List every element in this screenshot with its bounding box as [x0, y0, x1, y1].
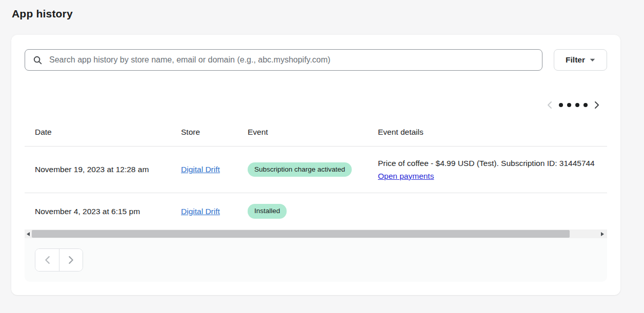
search-icon — [33, 55, 43, 65]
column-header-event-details: Event details — [368, 128, 607, 137]
scrollbar-arrow-left-icon[interactable] — [25, 229, 32, 238]
cell-event-details: Price of coffee - $4.99 USD (Test). Subs… — [368, 157, 607, 182]
scrollbar-arrow-right-icon[interactable] — [599, 229, 606, 238]
pagination-dot — [559, 103, 563, 107]
cell-date: November 19, 2023 at 12:28 am — [25, 165, 171, 174]
open-payments-link[interactable]: Open payments — [378, 170, 434, 182]
cell-date: November 4, 2023 at 6:15 pm — [25, 207, 171, 216]
app-history-table: Date Store Event Event details November … — [25, 118, 607, 229]
previous-page-button[interactable] — [35, 249, 59, 271]
search-box[interactable] — [25, 49, 542, 71]
app-history-card: Filter Date Store Event Event details — [11, 35, 620, 295]
scrollbar-thumb[interactable] — [32, 230, 570, 238]
table-header-row: Date Store Event Event details — [25, 118, 607, 147]
toolbar: Filter — [25, 49, 607, 71]
pagination-bottom — [35, 248, 83, 272]
filter-button-label: Filter — [566, 55, 585, 65]
search-input[interactable] — [48, 55, 536, 65]
column-header-event: Event — [237, 128, 368, 137]
event-badge: Subscription charge activated — [248, 162, 352, 177]
table-row: November 4, 2023 at 6:15 pm Digital Drif… — [25, 193, 607, 229]
caret-down-icon — [590, 58, 595, 62]
pagination-dots — [559, 103, 588, 107]
store-link[interactable]: Digital Drift — [181, 207, 220, 216]
next-page-button[interactable] — [59, 249, 83, 271]
pagination-top — [25, 99, 607, 111]
event-badge: Installed — [248, 204, 287, 219]
table-row: November 19, 2023 at 12:28 am Digital Dr… — [25, 147, 607, 193]
pagination-dot — [567, 103, 571, 107]
chevron-right-icon — [68, 256, 74, 264]
column-header-store: Store — [171, 128, 237, 137]
table-footer — [25, 238, 607, 282]
pagination-dot — [583, 103, 588, 107]
page-title: App history — [12, 8, 644, 20]
event-details-text: Price of coffee - $4.99 USD (Test). Subs… — [378, 157, 607, 170]
filter-button[interactable]: Filter — [554, 49, 607, 71]
pagination-dot — [575, 103, 579, 107]
horizontal-scrollbar[interactable] — [25, 229, 607, 238]
pagination-next-icon[interactable] — [594, 101, 600, 109]
store-link[interactable]: Digital Drift — [181, 165, 220, 174]
column-header-date: Date — [25, 128, 171, 137]
chevron-left-icon — [44, 256, 51, 264]
pagination-prev-icon[interactable] — [547, 101, 553, 109]
